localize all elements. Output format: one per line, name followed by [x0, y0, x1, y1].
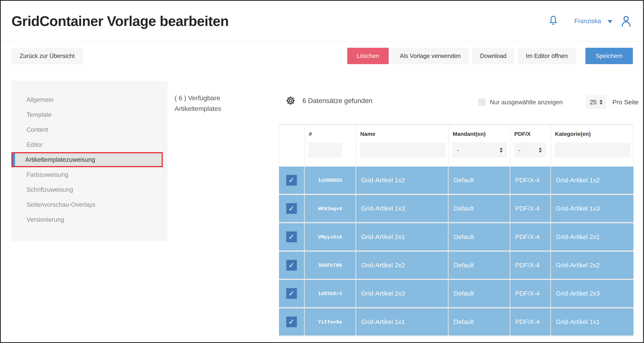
available-count-text: ( 6 ) Verfügbare Artikeltemplates: [175, 93, 221, 114]
row-pdfx-cell: PDF/X-4: [510, 280, 551, 307]
back-to-overview-button[interactable]: Zurück zur Übersicht: [12, 48, 83, 64]
row-pdfx-cell: PDF/X-4: [510, 195, 551, 222]
toolbar: Zurück zur Übersicht Löschen Als Vorlage…: [1, 42, 643, 64]
sidebar-item[interactable]: Schriftzuweisung: [12, 182, 168, 197]
column-kategorie: Kategorie(en): [551, 125, 634, 167]
column-mandant: Mandant(en) -: [449, 125, 510, 167]
table-row: ✓ YiIfev8e Grid-Artikel 1x1 Default PDF/…: [279, 308, 634, 336]
bell-icon[interactable]: [548, 14, 559, 28]
sidebar-item[interactable]: Template: [12, 107, 168, 122]
list-header: ( 6 ) Verfügbare Artikeltemplates: [168, 81, 643, 124]
download-button[interactable]: Download: [472, 48, 515, 64]
column-id: #: [305, 125, 356, 167]
sidebar-item-label: Schriftzuweisung: [26, 186, 73, 193]
checkmark-icon: ✓: [288, 262, 294, 269]
available-count-line2: Artikeltemplates: [175, 103, 221, 114]
per-page-select[interactable]: 25: [586, 95, 606, 109]
row-id-cell: WKH3agvA: [305, 195, 356, 222]
sidebar-item[interactable]: Farbzuweisung: [12, 167, 168, 182]
only-selected-checkbox[interactable]: [478, 98, 486, 106]
row-name-cell: Grid-Artikel 2x3: [356, 280, 449, 307]
column-select-all: [279, 125, 305, 167]
delete-button[interactable]: Löschen: [347, 48, 389, 64]
sidebar-item[interactable]: Allgemein: [12, 92, 168, 107]
gear-icon[interactable]: [286, 96, 296, 106]
table-row: ✓ 1d85bOr5 Grid-Artikel 2x3 Default PDF/…: [279, 280, 634, 307]
table-body: ✓ 1uVRNOGU Grid-Artikel 1x2 Default PDF/…: [279, 166, 634, 336]
available-count-line1: ( 6 ) Verfügbare: [175, 93, 221, 103]
row-kategorie-cell: Grid-Artikel 1x1: [551, 308, 634, 336]
checkmark-icon: ✓: [288, 205, 294, 212]
row-pdfx-cell: PDF/X-4: [510, 166, 551, 194]
row-checkbox-cell: ✓: [279, 252, 305, 279]
user-area: Franziska: [548, 14, 632, 28]
row-checkbox-cell: ✓: [279, 166, 305, 194]
main-panel: ( 6 ) Verfügbare Artikeltemplates: [168, 81, 643, 336]
page-header: GridContainer Vorlage bearbeiten Franzis…: [1, 1, 643, 42]
row-name-cell: Grid-Artikel 2x2: [356, 252, 449, 279]
open-in-editor-button[interactable]: Im Editor öffnen: [518, 48, 576, 64]
spinner-arrows-icon: [500, 148, 503, 153]
row-checkbox[interactable]: ✓: [286, 203, 297, 214]
filter-input-kategorie[interactable]: [554, 142, 630, 158]
column-pdfx: PDF/X -: [510, 125, 551, 167]
column-mandant-label: Mandant(en): [449, 131, 510, 137]
row-checkbox-cell: ✓: [279, 195, 305, 222]
sidebar-item[interactable]: Versionierung: [12, 212, 168, 227]
row-checkbox[interactable]: ✓: [286, 232, 297, 242]
filter-input-id[interactable]: [308, 142, 342, 158]
filter-select-pdfx-value: -: [518, 147, 520, 154]
column-name-label: Name: [356, 131, 449, 137]
row-id-cell: 1uVRNOGU: [305, 166, 356, 194]
row-pdfx-cell: PDF/X-4: [510, 308, 551, 336]
save-button[interactable]: Speichern: [586, 48, 633, 64]
user-icon[interactable]: [620, 15, 632, 27]
column-kategorie-label: Kategorie(en): [551, 131, 633, 137]
row-id-cell: 1d85bOr5: [305, 280, 356, 307]
table-row: ✓ 3BGFhTN8 Grid-Artikel 2x2 Default PDF/…: [279, 252, 634, 279]
row-id-cell: VMpys8z8: [305, 223, 356, 250]
sidebar-item-label: Farbzuweisung: [26, 171, 68, 178]
page-title: GridContainer Vorlage bearbeiten: [12, 13, 229, 29]
row-mandant-cell: Default: [449, 166, 510, 194]
table-header-row: # Name Mandant(en) -: [279, 124, 634, 167]
sidebar-item-label: Artikeltemplatezuweisung: [25, 156, 95, 163]
sidebar-item[interactable]: Seitenvorschau-Overlays: [12, 197, 168, 212]
sidebar-item-active[interactable]: Artikeltemplatezuweisung: [12, 152, 162, 167]
sidebar-item-label: Allgemein: [26, 96, 54, 103]
checkmark-icon: ✓: [288, 290, 294, 297]
table-row: ✓ 1uVRNOGU Grid-Artikel 1x2 Default PDF/…: [279, 166, 634, 194]
row-kategorie-cell: Grid-Artikel 1x3: [551, 195, 634, 222]
row-mandant-cell: Default: [449, 252, 510, 279]
spinner-arrows-icon: [539, 148, 542, 153]
row-kategorie-cell: Grid-Artikel 2x1: [551, 223, 634, 250]
filter-select-mandant-value: -: [457, 147, 458, 154]
sidebar-item[interactable]: Editor: [12, 137, 168, 152]
use-as-template-button[interactable]: Als Vorlage verwenden: [392, 48, 469, 64]
filter-select-mandant[interactable]: -: [452, 142, 507, 158]
filter-input-name[interactable]: [360, 142, 446, 158]
column-id-label: #: [305, 131, 356, 137]
row-checkbox[interactable]: ✓: [286, 175, 297, 186]
row-name-cell: Grid-Artikel 1x3: [356, 195, 449, 222]
user-name[interactable]: Franziska: [574, 18, 601, 24]
row-checkbox-cell: ✓: [279, 223, 305, 250]
sidebar-item-label: Template: [26, 111, 52, 118]
dropdown-caret-icon[interactable]: [608, 20, 612, 23]
sidebar-nav: Allgemein Template Content Editor Artike…: [12, 81, 168, 241]
sidebar-item-label: Content: [26, 126, 48, 133]
row-checkbox-cell: ✓: [279, 308, 305, 336]
column-name: Name: [356, 125, 449, 167]
sidebar-item[interactable]: Content: [12, 122, 168, 137]
per-page-label: Pro Seite: [612, 98, 638, 106]
records-found-text: 6 Datensätze gefunden: [302, 97, 372, 104]
filter-select-pdfx[interactable]: -: [514, 142, 546, 158]
row-mandant-cell: Default: [449, 280, 510, 307]
row-name-cell: Grid-Artikel 1x2: [356, 166, 449, 194]
row-name-cell: Grid-Artikel 1x1: [356, 308, 449, 336]
row-checkbox[interactable]: ✓: [286, 316, 297, 327]
content: Allgemein Template Content Editor Artike…: [1, 81, 643, 336]
row-checkbox[interactable]: ✓: [286, 260, 297, 270]
row-checkbox[interactable]: ✓: [286, 288, 297, 299]
row-id-cell: 3BGFhTN8: [305, 252, 356, 279]
